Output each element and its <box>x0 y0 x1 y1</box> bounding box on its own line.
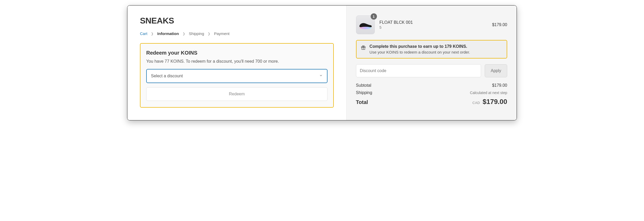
apply-discount-button[interactable]: Apply <box>485 64 507 77</box>
cart-line-item: 1 FLOAT BLCK 001 5 $179.00 <box>356 15 507 34</box>
product-price: $179.00 <box>492 22 507 27</box>
product-thumb-wrap: 1 <box>356 15 375 34</box>
right-pane: 1 FLOAT BLCK 001 5 $179.00 Complete this… <box>346 5 517 120</box>
breadcrumb-shipping: Shipping <box>189 31 204 36</box>
left-pane: SNEAKS Cart ❯ Information ❯ Shipping ❯ P… <box>127 5 346 120</box>
svg-point-0 <box>359 27 371 29</box>
redeem-koins-panel: Redeem your KOINS You have 77 KOINS. To … <box>140 43 334 108</box>
redeem-subtitle: You have 77 KOINS. To redeem for a disco… <box>146 59 327 64</box>
earn-subtitle: Use your KOINS to redeem a discount on y… <box>370 50 470 54</box>
subtotal-value: $179.00 <box>492 83 507 88</box>
subtotal-row: Subtotal $179.00 <box>356 83 507 88</box>
discount-select[interactable]: Select a discount <box>146 69 327 83</box>
chevron-right-icon: ❯ <box>151 32 154 36</box>
product-info: FLOAT BLCK 001 5 <box>380 20 488 30</box>
gift-icon <box>361 45 366 51</box>
product-name: FLOAT BLCK 001 <box>380 20 488 25</box>
total-amount: $179.00 <box>483 98 507 106</box>
earn-text: Complete this purchase to earn up to 179… <box>370 44 470 54</box>
breadcrumb-cart[interactable]: Cart <box>140 31 147 36</box>
sneaker-icon <box>358 19 373 31</box>
total-label: Total <box>356 99 368 105</box>
shipping-note: Calculated at next step <box>470 91 507 95</box>
subtotal-label: Subtotal <box>356 83 371 88</box>
quantity-badge: 1 <box>371 13 377 20</box>
product-variant: 5 <box>380 25 488 30</box>
earn-koins-panel: Complete this purchase to earn up to 179… <box>356 40 507 59</box>
checkout-frame: SNEAKS Cart ❯ Information ❯ Shipping ❯ P… <box>127 5 517 120</box>
earn-title: Complete this purchase to earn up to 179… <box>370 44 470 49</box>
brand-logo: SNEAKS <box>140 16 334 26</box>
shipping-row: Shipping Calculated at next step <box>356 90 507 95</box>
discount-row: Apply <box>356 64 507 77</box>
shipping-label: Shipping <box>356 90 372 95</box>
total-right: CAD $179.00 <box>472 98 507 106</box>
chevron-right-icon: ❯ <box>208 32 210 36</box>
breadcrumb: Cart ❯ Information ❯ Shipping ❯ Payment <box>140 31 334 36</box>
redeem-title: Redeem your KOINS <box>146 50 327 56</box>
discount-code-input[interactable] <box>356 64 481 77</box>
redeem-button[interactable]: Redeem <box>146 87 327 101</box>
discount-select-placeholder: Select a discount <box>151 74 183 78</box>
chevron-right-icon: ❯ <box>183 32 185 36</box>
total-currency: CAD <box>472 101 480 105</box>
total-row: Total CAD $179.00 <box>356 98 507 106</box>
breadcrumb-payment: Payment <box>214 31 229 36</box>
chevron-down-icon <box>319 74 323 78</box>
breadcrumb-information: Information <box>157 31 179 36</box>
